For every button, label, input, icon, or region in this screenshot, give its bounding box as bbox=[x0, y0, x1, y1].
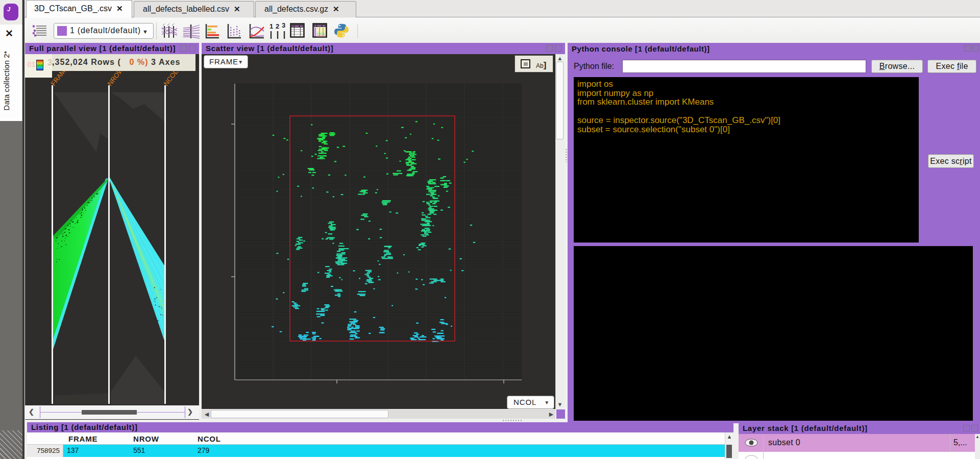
svg-text:2: 2 bbox=[276, 22, 279, 30]
svg-text:1: 1 bbox=[270, 22, 273, 30]
svg-text:3: 3 bbox=[282, 22, 285, 29]
